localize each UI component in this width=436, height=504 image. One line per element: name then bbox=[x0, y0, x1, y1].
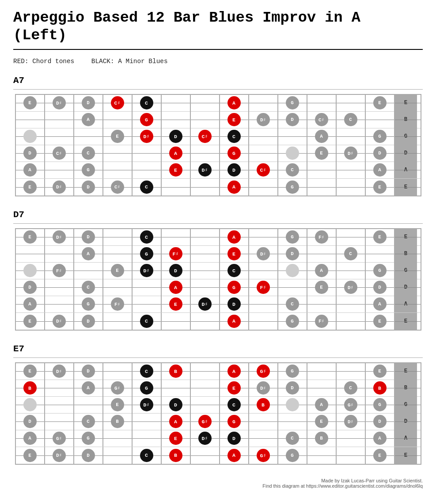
fret-cell-0-3-11: D♯ bbox=[337, 145, 366, 162]
fret-cell-0-0-11 bbox=[337, 94, 366, 111]
fret-cell-0-2-12: G bbox=[366, 128, 395, 145]
fret-cell-1-2-10: A bbox=[307, 262, 337, 279]
dot-0-0-9: G bbox=[286, 96, 299, 109]
fret-cell-2-3-1 bbox=[45, 413, 74, 430]
fret-cell-2-5-9: G bbox=[278, 447, 307, 464]
fret-cell-2-4-5: E bbox=[162, 430, 191, 447]
fret-cell-1-3-10: E bbox=[307, 279, 337, 296]
dot-0-3-2: C bbox=[82, 147, 95, 160]
fret-cell-1-0-7: A bbox=[220, 229, 249, 245]
fret-cell-1-2-8 bbox=[249, 262, 278, 279]
dot-2-3-12: D bbox=[373, 415, 387, 428]
dot-2-2-12: G bbox=[373, 398, 387, 411]
dot-1-5-10: F♯ bbox=[315, 315, 328, 328]
fret-cell-2-1-10 bbox=[307, 380, 337, 396]
fret-cell-0-4-8: C♯ bbox=[249, 162, 278, 178]
fret-cell-0-3-4 bbox=[133, 145, 162, 162]
fret-row-0-0: ED♯DC♯CAGEE bbox=[16, 95, 421, 112]
dot-0-4-7: D bbox=[227, 163, 241, 177]
dot-2-0-1: D♯ bbox=[53, 365, 66, 378]
fret-cell-1-4-5: E bbox=[162, 296, 191, 312]
fret-cell-2-1-0: B bbox=[16, 380, 45, 396]
dot-1-4-12: A bbox=[373, 297, 387, 311]
dot-2-1-7: E bbox=[227, 381, 241, 395]
dot-1-0-9: G bbox=[286, 230, 299, 244]
fret-cell-2-0-6 bbox=[191, 363, 220, 380]
page-title: Arpeggio Based 12 Bar Blues Improv in A(… bbox=[13, 9, 423, 45]
dot-1-3-7: G bbox=[227, 281, 241, 294]
fret-cell-0-4-2: G bbox=[74, 162, 103, 178]
fret-cell-0-4-11 bbox=[337, 162, 366, 178]
fret-cell-2-5-8: G♯ bbox=[249, 447, 278, 464]
fret-cell-1-4-1 bbox=[45, 296, 74, 312]
fret-cell-0-3-2: C bbox=[74, 145, 103, 162]
end-cap-0-0: E bbox=[395, 94, 417, 111]
fret-cell-2-2-5: D bbox=[162, 396, 191, 413]
dot-1-5-7: A bbox=[227, 315, 241, 328]
end-cap-0-5: E bbox=[395, 179, 417, 196]
fret-cell-0-0-9: G bbox=[278, 94, 307, 111]
fret-cell-2-1-8: D♯ bbox=[249, 380, 278, 396]
fret-cell-2-5-6 bbox=[191, 447, 220, 464]
dot-0-2-5: D bbox=[169, 130, 182, 143]
fret-cell-1-1-3 bbox=[103, 245, 133, 262]
fret-cell-1-2-1: F♯ bbox=[45, 262, 74, 279]
dot-2-5-1: D♯ bbox=[53, 449, 66, 462]
dot-0-5-7: A bbox=[227, 181, 241, 194]
fret-cell-0-0-3: C♯ bbox=[103, 94, 133, 111]
section-label-D7: D7 bbox=[13, 210, 423, 220]
dot-2-3-7: G bbox=[227, 415, 241, 428]
fret-cell-0-5-11 bbox=[337, 179, 366, 196]
dot-2-0-7: A bbox=[227, 365, 241, 378]
dot-1-2-4: D♯ bbox=[140, 264, 153, 277]
fret-cell-2-0-1: D♯ bbox=[45, 363, 74, 380]
dot-0-1-11: C bbox=[344, 113, 357, 126]
dot-0-0-3: C♯ bbox=[111, 96, 124, 109]
dot-2-4-7: D bbox=[227, 432, 241, 445]
fret-cell-1-5-10: F♯ bbox=[307, 313, 337, 330]
fret-cell-2-5-11 bbox=[337, 447, 366, 464]
fret-cell-2-1-5 bbox=[162, 380, 191, 396]
end-cap-1-1: B bbox=[395, 245, 417, 262]
dot-1-3-5: A bbox=[169, 281, 182, 294]
dot-2-5-7: A bbox=[227, 449, 241, 462]
dot-0-2-0 bbox=[23, 130, 37, 143]
fret-cell-1-5-6 bbox=[191, 313, 220, 330]
fret-cell-1-0-3 bbox=[103, 229, 133, 245]
dot-0-5-4: C bbox=[140, 181, 153, 194]
dot-1-3-12: D bbox=[373, 281, 387, 294]
fret-cell-0-2-4: D♯ bbox=[133, 128, 162, 145]
fret-row-2-0: ED♯DCBAG♯GEE bbox=[16, 363, 421, 380]
end-cap-0-1: B bbox=[395, 111, 417, 128]
fret-cell-1-2-9 bbox=[278, 262, 307, 279]
dot-1-5-1: D♯ bbox=[53, 315, 66, 328]
fret-cell-1-2-4: D♯ bbox=[133, 262, 162, 279]
dot-1-0-7: A bbox=[227, 230, 241, 244]
fret-cell-2-3-9 bbox=[278, 413, 307, 430]
dot-0-3-12: D bbox=[373, 147, 387, 160]
dot-1-3-11: D♯ bbox=[344, 281, 357, 294]
fret-cell-0-1-0 bbox=[16, 111, 45, 128]
dot-0-3-10: E bbox=[315, 147, 328, 160]
fret-cell-2-3-3: B bbox=[103, 413, 133, 430]
dot-2-3-6: G♯ bbox=[198, 415, 212, 428]
fret-cell-0-3-6 bbox=[191, 145, 220, 162]
fret-cell-1-2-6 bbox=[191, 262, 220, 279]
fret-cell-1-4-9: C bbox=[278, 296, 307, 312]
fret-cell-1-1-9: D bbox=[278, 245, 307, 262]
fret-cell-0-1-9: D bbox=[278, 111, 307, 128]
dot-0-1-4: G bbox=[140, 113, 153, 126]
dot-0-3-1: C♯ bbox=[53, 147, 66, 160]
fret-cell-2-2-11: G♯ bbox=[337, 396, 366, 413]
fret-cell-0-2-9 bbox=[278, 128, 307, 145]
fret-cell-2-5-10 bbox=[307, 447, 337, 464]
dot-0-2-7: C bbox=[227, 130, 241, 143]
dot-1-3-10: E bbox=[315, 281, 328, 294]
fret-cell-0-1-1 bbox=[45, 111, 74, 128]
dot-2-5-9: G bbox=[286, 449, 299, 462]
dot-1-5-4: C bbox=[140, 315, 153, 328]
end-cap-0-4: A bbox=[395, 162, 417, 178]
fret-cell-2-1-11: C bbox=[337, 380, 366, 396]
end-cap-2-1: B bbox=[395, 380, 417, 396]
dot-2-3-3: B bbox=[111, 415, 124, 428]
